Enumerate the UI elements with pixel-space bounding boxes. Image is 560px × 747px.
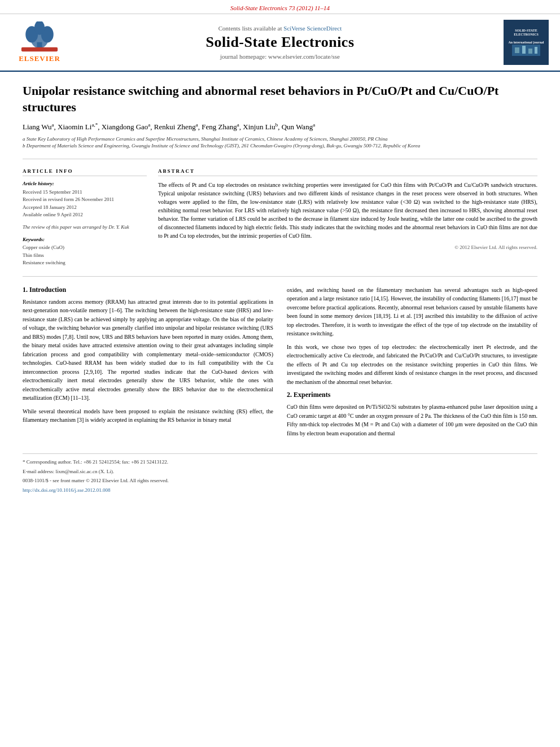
- intro-para1: Resistance random access memory (RRAM) h…: [23, 298, 273, 403]
- keyword-1: Copper oxide (CuO): [23, 244, 147, 252]
- sciverse-link[interactable]: SciVerse ScienceDirect: [283, 25, 342, 32]
- journal-title: Solid-State Electronics: [68, 34, 492, 51]
- svg-rect-8: [522, 46, 526, 54]
- svg-rect-7: [515, 47, 519, 53]
- copyright-notice: © 2012 Elsevier Ltd. All rights reserved…: [158, 244, 537, 250]
- elsevier-brand-text: ELSEVIER: [19, 54, 60, 63]
- svg-rect-10: [535, 47, 537, 54]
- keyword-3: Resistance switching: [23, 259, 147, 267]
- received-date: Received 15 September 2011: [23, 189, 147, 196]
- issn-note: 0038-1101/$ - see front matter © 2012 El…: [23, 477, 537, 485]
- email-note: E-mail address: lixm@mail.sic.ac.cn (X. …: [23, 468, 537, 476]
- history-label: Article history:: [23, 181, 147, 186]
- page: Solid-State Electronics 73 (2012) 11–14 …: [0, 0, 560, 747]
- journal-cover-container: SOLID-STATEELECTRONICSAn international j…: [492, 20, 549, 65]
- intro-para2: While several theoretical models have be…: [23, 407, 273, 425]
- journal-header-banner: ELSEVIER Contents lists available at Sci…: [0, 14, 560, 72]
- keyword-2: Thin films: [23, 252, 147, 260]
- journal-citation: Solid-State Electronics 73 (2012) 11–14: [0, 0, 560, 14]
- journal-homepage: journal homepage: www.elsevier.com/locat…: [68, 53, 492, 60]
- right-para1: oxides, and switching based on the filam…: [287, 286, 537, 338]
- body-col-right: oxides, and switching based on the filam…: [287, 286, 537, 443]
- keywords-label: Keywords:: [23, 237, 147, 242]
- doi-note: http://dx.doi.org/10.1016/j.sse.2012.01.…: [23, 487, 537, 495]
- journal-cover-graphic: [512, 45, 540, 56]
- intro-heading: 1. Introduction: [23, 286, 273, 294]
- review-note: The review of this paper was arranged by…: [23, 224, 147, 231]
- affiliation-b: b Department of Materials Science and En…: [23, 142, 537, 150]
- article-info-column: ARTICLE INFO Article history: Received 1…: [23, 168, 147, 267]
- journal-title-block: Contents lists available at SciVerse Sci…: [68, 25, 492, 60]
- info-abstract-columns: ARTICLE INFO Article history: Received 1…: [23, 168, 537, 267]
- experiments-para1: CuO thin films were deposited on Pt/Ti/S…: [287, 403, 537, 438]
- article-info-section-label: ARTICLE INFO: [23, 168, 147, 176]
- affiliation-a: a State Key Laboratory of High Performan…: [23, 136, 537, 143]
- received-revised-date: Received in revised form 26 November 201…: [23, 196, 147, 204]
- authors-line: Liang Wua, Xiaomin Lia,*, Xiangdong Gaoa…: [23, 122, 537, 132]
- article-title: Unipolar resistance switching and abnorm…: [23, 83, 537, 115]
- footnotes-area: * Corresponding author. Tel.: +86 21 524…: [23, 453, 537, 494]
- abstract-section-label: ABSTRACT: [158, 168, 537, 176]
- corresponding-note: * Corresponding author. Tel.: +86 21 524…: [23, 458, 537, 466]
- svg-rect-9: [528, 49, 532, 54]
- sciverse-line: Contents lists available at SciVerse Sci…: [68, 25, 492, 32]
- body-col-left: 1. Introduction Resistance random access…: [23, 286, 273, 443]
- svg-rect-5: [21, 47, 58, 51]
- elsevier-tree-icon: [20, 21, 59, 53]
- accepted-date: Accepted 18 January 2012: [23, 204, 147, 212]
- abstract-column: ABSTRACT The effects of Pt and Cu top el…: [158, 168, 537, 267]
- affiliations-block: a State Key Laboratory of High Performan…: [23, 136, 537, 150]
- body-columns: 1. Introduction Resistance random access…: [23, 286, 537, 443]
- elsevier-logo-container: ELSEVIER: [11, 21, 68, 63]
- experiments-heading: 2. Experiments: [287, 391, 537, 399]
- abstract-text: The effects of Pt and Cu top electrodes …: [158, 181, 537, 240]
- journal-cover-image: SOLID-STATEELECTRONICSAn international j…: [504, 20, 549, 65]
- available-date: Available online 9 April 2012: [23, 211, 147, 219]
- content-area: Unipolar resistance switching and abnorm…: [0, 72, 560, 507]
- right-para2: In this work, we chose two types of top …: [287, 343, 537, 387]
